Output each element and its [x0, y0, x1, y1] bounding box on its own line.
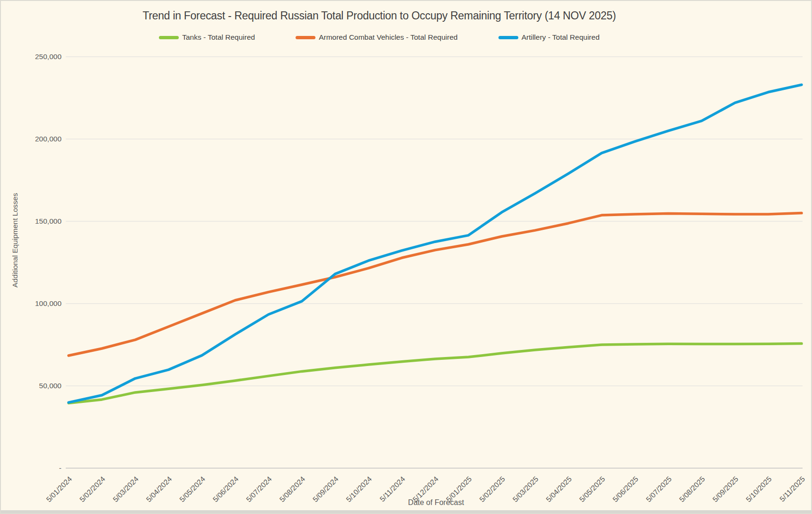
series-line — [69, 85, 802, 402]
series-line — [69, 213, 802, 356]
y-axis-title: Additional Equipment Losses — [11, 179, 19, 302]
y-tick-label: 200,000 — [35, 135, 61, 143]
y-tick-label: 250,000 — [35, 52, 61, 61]
window-edge — [1, 510, 811, 513]
chart-canvas: Trend in Forecast - Required Russian Tot… — [0, 0, 812, 514]
series-line — [69, 344, 802, 403]
x-axis-title: Date of Forecast — [58, 498, 812, 507]
y-tick-label: 150,000 — [35, 217, 61, 225]
y-tick-label: 100,000 — [35, 299, 61, 307]
y-tick-label: 50,000 — [39, 382, 62, 390]
plot-area: -50,000100,000150,000200,000250,0005/01/… — [1, 1, 812, 514]
y-tick-label: - — [59, 464, 61, 472]
